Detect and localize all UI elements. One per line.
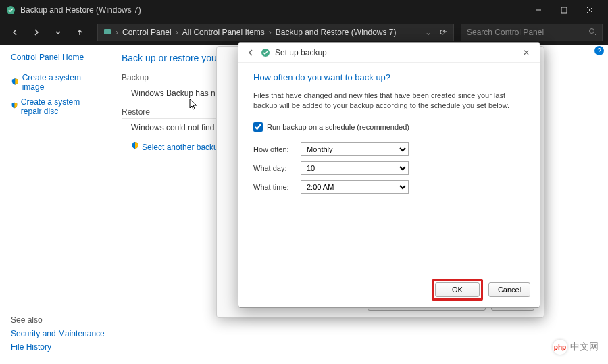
breadcrumb-item[interactable]: All Control Panel Items (180, 28, 268, 37)
sidebar-link-label: Create a system repair disc (21, 97, 97, 116)
backup-icon (260, 47, 271, 58)
how-often-label: How often: (253, 145, 301, 153)
sidebar-link-label: Create a system image (22, 73, 97, 92)
shield-icon (131, 142, 139, 152)
control-panel-home-link[interactable]: Control Panel Home (11, 53, 97, 62)
breadcrumb-separator: › (114, 28, 120, 37)
maximize-button[interactable] (551, 0, 577, 20)
security-maintenance-link[interactable]: Security and Maintenance (11, 329, 105, 338)
shield-icon (11, 102, 18, 111)
breadcrumb-item[interactable]: Backup and Restore (Windows 7) (273, 28, 399, 37)
ok-button-highlight: OK (432, 279, 483, 301)
file-history-link[interactable]: File History (11, 342, 105, 352)
dialog-close-button[interactable]: ✕ (518, 48, 534, 57)
schedule-dialog: Set up backup ✕ How often do you want to… (238, 42, 540, 308)
checkbox-label: Run backup on a schedule (recommended) (267, 123, 409, 131)
search-input[interactable]: Search Control Panel (461, 24, 603, 41)
dialog-titlebar: Set up backup ✕ (238, 43, 540, 63)
svg-rect-2 (561, 7, 567, 13)
what-day-select[interactable]: 10 (301, 161, 409, 175)
svg-point-6 (590, 28, 594, 33)
chevron-down-icon[interactable]: ⌄ (421, 28, 436, 37)
search-icon (588, 28, 597, 38)
dialog-title: Set up backup (275, 48, 327, 57)
back-button[interactable] (5, 23, 24, 42)
schedule-checkbox-row[interactable]: Run backup on a schedule (recommended) (253, 122, 525, 132)
backup-section-header: Backup (122, 73, 216, 84)
restore-section-header: Restore (122, 107, 216, 119)
refresh-icon[interactable]: ⟳ (436, 28, 451, 37)
titlebar: Backup and Restore (Windows 7) (0, 0, 608, 20)
app-icon (5, 5, 16, 16)
schedule-checkbox[interactable] (253, 122, 263, 132)
up-button[interactable] (70, 23, 89, 42)
see-also-header: See also (11, 315, 105, 325)
search-placeholder: Search Control Panel (467, 28, 544, 37)
svg-rect-5 (104, 29, 111, 34)
svg-line-7 (594, 33, 596, 35)
create-repair-disc-link[interactable]: Create a system repair disc (11, 97, 97, 116)
create-system-image-link[interactable]: Create a system image (11, 73, 97, 92)
close-button[interactable] (577, 0, 603, 20)
what-time-select[interactable]: 2:00 AM (301, 180, 409, 194)
minimize-button[interactable] (526, 0, 551, 20)
what-day-label: What day: (253, 164, 301, 172)
help-icon[interactable]: ? (594, 46, 604, 55)
address-bar[interactable]: › Control Panel › All Control Panel Item… (97, 24, 454, 41)
shield-icon (11, 78, 20, 87)
php-logo-icon: php (553, 340, 567, 355)
breadcrumb-item[interactable]: Control Panel (120, 28, 174, 37)
ok-button[interactable]: OK (435, 282, 480, 297)
what-time-label: What time: (253, 183, 301, 191)
how-often-select[interactable]: Monthly (301, 142, 409, 156)
forward-button[interactable] (27, 23, 46, 42)
location-icon (101, 28, 114, 38)
dialog-heading: How often do you want to back up? (253, 72, 525, 82)
toolbar: › Control Panel › All Control Panel Item… (0, 20, 608, 45)
window-title: Backup and Restore (Windows 7) (20, 5, 141, 15)
dialog-body: How often do you want to back up? Files … (238, 63, 540, 209)
watermark-text: 中文网 (570, 341, 599, 353)
breadcrumb-separator: › (174, 28, 180, 37)
watermark: php 中文网 (553, 340, 599, 355)
breadcrumb-separator: › (268, 28, 273, 37)
dialog-back-button[interactable] (244, 46, 257, 59)
see-also-section: See also Security and Maintenance File H… (11, 315, 105, 356)
recent-dropdown-button[interactable] (49, 23, 68, 42)
cancel-button[interactable]: Cancel (488, 282, 530, 297)
dialog-description: Files that have changed and new files th… (253, 90, 525, 111)
